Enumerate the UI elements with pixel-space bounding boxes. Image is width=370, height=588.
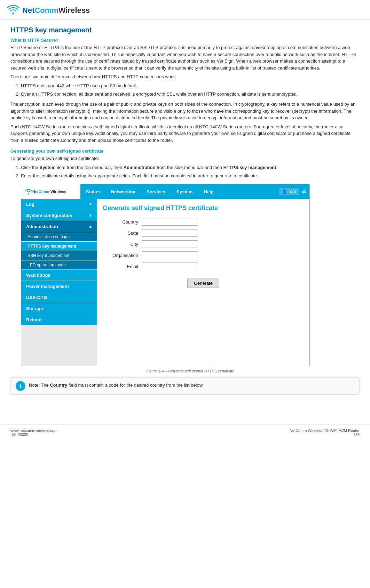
sidebar-item-led-mode[interactable]: LED operation mode	[21, 260, 97, 269]
state-input[interactable]	[142, 229, 197, 237]
section1-p2: There are two main differences between h…	[10, 73, 360, 80]
sidebar-item-https-key-mgmt[interactable]: HTTPS key management	[21, 242, 97, 251]
sidebar-label-reboot: Reboot	[26, 317, 42, 322]
city-input[interactable]	[142, 240, 197, 248]
router-nav-networking[interactable]: Networking	[105, 184, 141, 199]
sidebar-item-storage[interactable]: Storage	[21, 303, 97, 314]
form-row-state: State	[103, 229, 303, 237]
organisation-input[interactable]	[142, 251, 197, 259]
svg-point-0	[12, 13, 14, 15]
section2-heading: Generating your own self-signed certific…	[10, 148, 360, 154]
sidebar-item-reboot[interactable]: Reboot	[21, 314, 97, 325]
footer-left: www.netcommwireless.com UM-00009	[10, 428, 57, 437]
list-item-1: HTTPS uses port 443 while HTTP uses port…	[21, 82, 360, 90]
sidebar-label-admin-settings: Administration settings	[27, 234, 70, 239]
sidebar-label-storage: Storage	[26, 306, 43, 311]
step1-post: .	[276, 165, 277, 170]
country-input[interactable]	[142, 218, 197, 226]
note-text: Note: The Country field must contain a c…	[29, 381, 204, 389]
form-row-generate: Generate	[103, 274, 303, 288]
cert-form: Country State City Organisation	[103, 217, 304, 289]
note-country-label: Country	[50, 382, 67, 388]
router-nav-help[interactable]: Help	[198, 184, 219, 199]
sidebar-label-usb-otg: USB-OTG	[26, 295, 47, 300]
step1-mid2: from the side menu bar and then	[156, 165, 223, 170]
sidebar-label-system-config: System configuration	[26, 213, 72, 218]
label-state: State	[103, 231, 142, 236]
footer-doc-id: UM-00009	[10, 433, 57, 437]
sidebar-item-power-mgmt[interactable]: Power management	[21, 281, 97, 292]
router-body: Log ▼ System configuration ▼ Administrat…	[21, 199, 309, 366]
sidebar-item-administration[interactable]: Administration ▲	[21, 221, 97, 232]
section1-p1: HTTP Secure or HTTPS is the use of the H…	[10, 44, 360, 71]
logout-icon[interactable]: ⏎	[301, 188, 306, 195]
logo-area: NetCommWireless	[7, 4, 90, 17]
email-input[interactable]	[142, 263, 197, 270]
router-logo-area: NetCommWireless	[21, 184, 80, 199]
chevron-up-icon: ▲	[89, 225, 92, 228]
field-email-cell	[142, 263, 197, 270]
sidebar-item-admin-settings[interactable]: Administration settings	[21, 232, 97, 241]
sidebar-item-ssh-key-mgmt[interactable]: SSH key management	[21, 251, 97, 260]
netcomm-logo-icon	[7, 4, 19, 17]
svg-point-1	[28, 193, 29, 194]
sidebar-item-usb-otg[interactable]: USB-OTG	[21, 292, 97, 303]
router-nav-system[interactable]: System	[171, 184, 198, 199]
logo-comm: Comm	[34, 6, 58, 15]
field-country-cell	[142, 218, 197, 226]
sidebar-label-watchdogs: Watchdogs	[26, 273, 50, 278]
router-logo-icon	[25, 188, 32, 195]
list-item-2: Over an HTTPS connection, all data sent …	[21, 91, 360, 98]
sidebar-item-log[interactable]: Log ▼	[21, 199, 97, 210]
router-nav-status[interactable]: Status	[80, 184, 105, 199]
field-org-cell	[142, 251, 197, 259]
page-footer: www.netcommwireless.com UM-00009 NetComm…	[0, 425, 370, 440]
logo-wireless: Wireless	[58, 6, 90, 15]
router-screenshot: NetCommWireless Status Networking Servic…	[21, 184, 310, 366]
steps-list: Click the System item from the top menu …	[21, 164, 360, 180]
form-row-city: City	[103, 240, 303, 248]
step1-system: System	[39, 165, 55, 170]
footer-website: www.netcommwireless.com	[10, 428, 57, 433]
footer-product-name: NetComm Wireless 4G WiFi M2M Router	[290, 428, 360, 433]
label-city: City	[103, 242, 142, 247]
sidebar-item-watchdogs[interactable]: Watchdogs	[21, 270, 97, 281]
router-nav-right: 👤 root ⏎	[279, 188, 309, 195]
router-sidebar: Log ▼ System configuration ▼ Administrat…	[21, 199, 97, 366]
step1: Click the System item from the top menu …	[21, 164, 360, 171]
sidebar-label-administration: Administration	[26, 224, 58, 229]
form-row-organisation: Organisation	[103, 251, 303, 259]
router-main-panel: Generate self signed HTTPS certificate C…	[97, 199, 309, 366]
label-organisation: Organisation	[103, 253, 142, 258]
step1-pre: Click the	[21, 165, 39, 170]
chevron-down-icon: ▼	[89, 202, 92, 206]
chevron-down-icon: ▼	[89, 214, 92, 217]
generate-button[interactable]: Generate	[187, 279, 219, 288]
form-row-country: Country	[103, 218, 303, 226]
router-navbar: NetCommWireless Status Networking Servic…	[21, 184, 309, 199]
sidebar-item-system-config[interactable]: System configuration ▼	[21, 210, 97, 221]
form-title: Generate self signed HTTPS certificate	[103, 204, 304, 212]
note-box: i Note: The Country field must contain a…	[10, 377, 360, 395]
info-icon: i	[16, 381, 25, 391]
router-user-badge: 👤 root	[279, 188, 299, 195]
step1-https: HTTPS key management	[223, 165, 276, 170]
note-post: field must contain a code for the desire…	[67, 382, 204, 388]
router-nav-services[interactable]: Services	[141, 184, 171, 199]
logo-text: NetCommWireless	[22, 6, 90, 15]
sidebar-label-power-mgmt: Power management	[26, 284, 69, 289]
form-row-email: Email	[103, 263, 303, 270]
section1-p3: The encryption is achieved through the u…	[10, 101, 360, 121]
step1-mid: item from the top menu bar, then	[56, 165, 124, 170]
footer-right: NetComm Wireless 4G WiFi M2M Router 115	[290, 428, 360, 437]
note-pre: Note: The	[29, 382, 50, 388]
router-nav-items: Status Networking Services System Help	[80, 184, 279, 199]
page-header: NetCommWireless	[0, 0, 370, 20]
footer-page-number: 115	[290, 433, 360, 437]
section1-heading: What is HTTP Secure?	[10, 38, 360, 43]
step2: Enter the certificate details using the …	[21, 172, 360, 180]
main-content: HTTPS key management What is HTTP Secure…	[0, 20, 370, 411]
sidebar-label-led-mode: LED operation mode	[27, 263, 66, 267]
logo-net: Net	[22, 6, 34, 15]
username-label: root	[289, 189, 296, 194]
